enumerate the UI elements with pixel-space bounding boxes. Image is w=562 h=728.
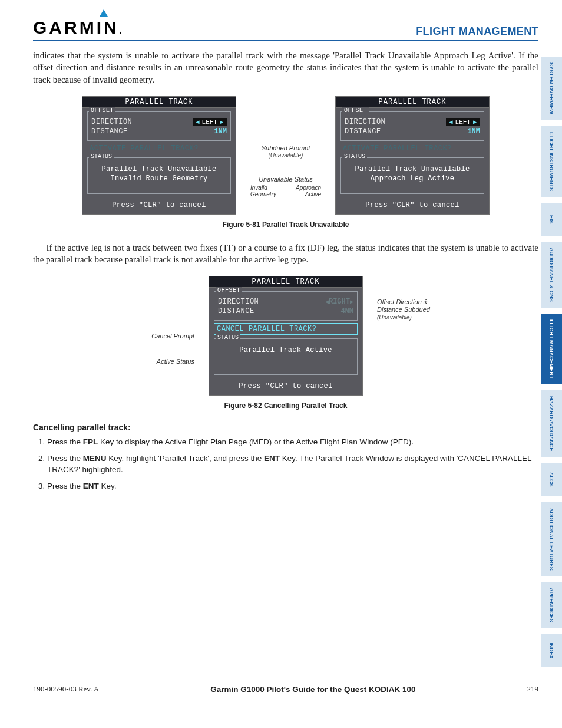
distance-value: 1NM [214,127,227,136]
status-line-1: Parallel Track Unavailable [345,165,480,173]
chevron-left-icon: ◀ [449,118,453,126]
activate-prompt-subdued: ACTIVATE PARALLEL TRACK? [340,143,484,154]
step-2: Press the MENU Key, highlight 'Parallel … [47,453,538,475]
tab-additional-features[interactable]: ADDITIONAL FEATURES [541,502,562,577]
offset-group: OFFSET DIRECTION ◀RIGHT▶ DISTANCE 4NM [214,291,358,321]
panel-title: PARALLEL TRACK [82,97,236,108]
direction-label: DIRECTION [218,298,259,306]
logo-triangle-icon [100,9,108,17]
status-line-2: Approach Leg Active [345,174,480,183]
offset-group: OFFSET DIRECTION ◀LEFT▶ DISTANCE 1NM [87,111,231,141]
direction-value[interactable]: ◀LEFT▶ [446,118,480,126]
panel-title: PARALLEL TRACK [209,276,362,288]
footer-docid: 190-00590-03 Rev. A [33,684,99,694]
status-label: STATUS [342,153,367,160]
panel-footer: Press "CLR" to cancel [336,197,489,214]
garmin-logo: GARMIN. [33,18,124,38]
annot-approach-active: Approach Active [296,185,321,197]
distance-label: DISTANCE [91,127,128,136]
distance-value: 1NM [467,127,480,136]
page-container: GARMIN. FLIGHT MANAGEMENT SYSTEM OVERVIE… [0,0,562,704]
figure-82-annot-right: Offset Direction & Distance Subdued (Una… [377,276,448,321]
footer-page-number: 219 [527,684,539,694]
tab-appendices[interactable]: APPENDICES [541,582,562,628]
procedure-heading: Cancelling parallel track: [33,423,538,432]
annot-active-status: Active Status [124,358,194,365]
procedure-steps: Press the FPL Key to display the Active … [33,437,538,492]
figure-5-81: PARALLEL TRACK OFFSET DIRECTION ◀LEFT▶ D… [33,96,538,215]
status-line-blank [218,355,353,364]
tab-eis[interactable]: EIS [541,203,562,236]
direction-value[interactable]: ◀LEFT▶ [193,118,227,126]
footer-title: Garmin G1000 Pilot's Guide for the Quest… [210,685,415,694]
cancel-prompt-highlighted[interactable]: CANCEL PARALLEL TRACK? [214,323,358,335]
panel-title: PARALLEL TRACK [336,97,489,108]
annot-unavailable-status: Unavailable Status [250,176,321,183]
status-box: STATUS Parallel Track Unavailable Approa… [340,157,484,194]
direction-value-subdued: ◀RIGHT▶ [325,298,353,306]
page-footer: 190-00590-03 Rev. A Garmin G1000 Pilot's… [33,684,538,694]
figure-82-annot-left: Cancel Prompt Active Status [124,276,194,365]
section-title: FLIGHT MANAGEMENT [416,25,538,38]
step-1: Press the FPL Key to display the Active … [47,437,538,447]
distance-value-subdued: 4NM [340,307,353,315]
status-box: STATUS Parallel Track Active [214,338,358,375]
status-line-2: Invalid Route Geometry [91,174,227,183]
group-label: OFFSET [342,107,369,114]
tab-afcs[interactable]: AFCS [541,463,562,496]
brand-text: GARMIN [33,18,119,37]
chevron-left-icon: ◀ [196,118,200,126]
figure-5-81-caption: Figure 5-81 Parallel Track Unavailable [33,220,538,229]
tab-flight-instruments[interactable]: FLIGHT INSTRUMENTS [541,126,562,197]
page-header: GARMIN. FLIGHT MANAGEMENT [33,18,538,41]
mfd-panel-invalid-geometry: PARALLEL TRACK OFFSET DIRECTION ◀LEFT▶ D… [82,96,236,215]
tab-index[interactable]: INDEX [541,634,562,667]
distance-label: DISTANCE [218,307,254,315]
tab-flight-management[interactable]: FLIGHT MANAGEMENT [541,314,562,385]
figure-5-82-caption: Figure 5-82 Cancelling Parallel Track [33,401,538,410]
panel-footer: Press "CLR" to cancel [82,197,236,214]
side-tabs: SYSTEM OVERVIEW FLIGHT INSTRUMENTS EIS A… [541,57,562,667]
offset-group: OFFSET DIRECTION ◀LEFT▶ DISTANCE 1NM [340,111,484,141]
chevron-right-icon: ▶ [473,118,477,126]
status-line-1: Parallel Track Active [218,346,353,354]
paragraph-1: indicates that the system is unable to a… [33,50,538,85]
tab-system-overview[interactable]: SYSTEM OVERVIEW [541,57,562,120]
mfd-panel-approach-leg: PARALLEL TRACK OFFSET DIRECTION ◀LEFT▶ D… [335,96,490,215]
paragraph-2: If the active leg is not a track between… [33,242,538,266]
annot-subdued-prompt: Subdued Prompt (Unavailable) [250,144,321,159]
annot-offset-subdued: Offset Direction & Distance Subdued (Una… [377,298,448,321]
direction-label: DIRECTION [91,118,132,126]
status-label: STATUS [89,153,114,160]
tab-audio-panel-cns[interactable]: AUDIO PANEL & CNS [541,242,562,308]
group-label: OFFSET [216,287,242,294]
group-label: OFFSET [89,107,115,114]
step-3: Press the ENT Key. [47,481,538,492]
panel-footer: Press "CLR" to cancel [209,378,362,395]
status-label: STATUS [216,334,240,341]
status-line-1: Parallel Track Unavailable [91,165,227,173]
status-box: STATUS Parallel Track Unavailable Invali… [87,157,231,194]
chevron-right-icon: ▶ [220,118,223,126]
tab-hazard-avoidance[interactable]: HAZARD AVOIDANCE [541,390,562,457]
figure-81-annotations: Subdued Prompt (Unavailable) Unavailable… [250,96,321,197]
annot-cancel-prompt: Cancel Prompt [124,332,194,340]
activate-prompt-subdued: ACTIVATE PARALLEL TRACK? [87,143,231,154]
mfd-panel-cancel: PARALLEL TRACK OFFSET DIRECTION ◀RIGHT▶ … [209,276,363,396]
annot-invalid-geometry: Invalid Geometry [250,185,276,197]
direction-label: DIRECTION [345,118,385,126]
distance-label: DISTANCE [345,127,381,136]
figure-5-82: Cancel Prompt Active Status PARALLEL TRA… [33,276,538,396]
